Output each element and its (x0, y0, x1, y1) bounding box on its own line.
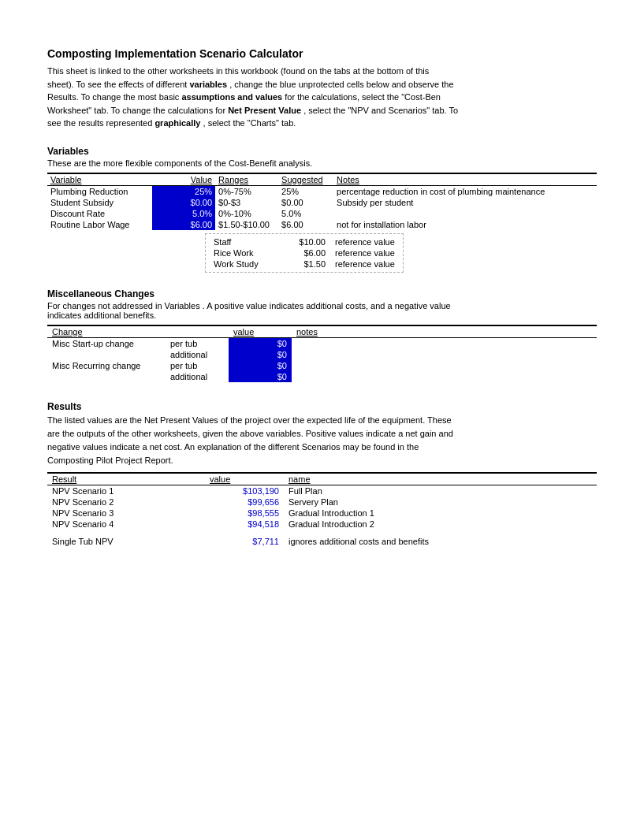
result-col-value: value (205, 473, 284, 485)
result-label: NPV Scenario 1 (47, 485, 205, 496)
var-value[interactable]: $0.00 (152, 197, 215, 208)
misc-change-label (47, 349, 166, 360)
misc-notes (292, 360, 597, 371)
result-value: $103,190 (205, 485, 284, 496)
misc-row-startup-pertub: Misc Start-up change per tub $0 (47, 337, 597, 349)
misc-col-value: value (229, 325, 292, 338)
ref-value: $10.00 (286, 237, 326, 247)
misc-change-label: Misc Recurring change (47, 360, 166, 371)
var-value[interactable]: 5.0% (152, 208, 215, 219)
misc-sub-label: additional (166, 371, 229, 382)
misc-notes (292, 371, 597, 382)
misc-notes (292, 337, 597, 349)
var-value[interactable]: $6.00 (152, 219, 215, 230)
misc-col-notes: notes (292, 325, 597, 338)
var-ranges: 0%-75% (215, 185, 278, 197)
result-label: NPV Scenario 2 (47, 496, 205, 508)
result-value: $98,555 (205, 508, 284, 519)
misc-title: Miscellaneous Changes (47, 288, 597, 299)
misc-sub-label: additional (166, 349, 229, 360)
var-name: Routine Labor Wage (47, 219, 152, 230)
reference-box-container: Staff $10.00 reference value Rice Work $… (47, 233, 597, 273)
misc-sub-label: per tub (166, 360, 229, 371)
result-name: Servery Plan (284, 496, 597, 508)
var-suggested: 5.0% (278, 208, 333, 219)
result-value: $99,656 (205, 496, 284, 508)
intro-text: This sheet is linked to the other worksh… (47, 65, 597, 130)
ref-row-staff: Staff $10.00 reference value (214, 236, 395, 247)
results-title: Results (47, 401, 597, 412)
ref-label: Work Study (214, 259, 277, 269)
result-label: NPV Scenario 4 (47, 519, 205, 530)
ref-row-ricework: Rice Work $6.00 reference value (214, 247, 395, 258)
var-suggested: $6.00 (278, 219, 333, 230)
result-name: Gradual Introduction 2 (284, 519, 597, 530)
misc-desc: For changes not addressed in Variables .… (47, 301, 597, 320)
var-suggested: 25% (278, 185, 333, 197)
var-name: Discount Rate (47, 208, 152, 219)
col-variable: Variable (47, 173, 152, 186)
result-row: NPV Scenario 4 $94,518 Gradual Introduct… (47, 519, 597, 530)
var-notes: not for installation labor (333, 219, 597, 230)
var-suggested: $0.00 (278, 197, 333, 208)
misc-row-startup-additional: additional $0 (47, 349, 597, 360)
misc-value[interactable]: $0 (229, 337, 292, 349)
single-tub-note: ignores additional costs and benefits (284, 536, 597, 547)
result-name: Gradual Introduction 1 (284, 508, 597, 519)
single-tub-value: $7,711 (205, 536, 284, 547)
misc-row-recurring-pertub: Misc Recurring change per tub $0 (47, 360, 597, 371)
misc-change-label: Misc Start-up change (47, 337, 166, 349)
results-desc: The listed values are the Net Present Va… (47, 414, 597, 467)
ref-text: reference value (335, 259, 395, 269)
page-title: Composting Implementation Scenario Calcu… (47, 47, 597, 60)
var-ranges: $0-$3 (215, 197, 278, 208)
misc-col-change: Change (47, 325, 166, 338)
var-name: Plumbing Reduction (47, 185, 152, 197)
table-row: Routine Labor Wage $6.00 $1.50-$10.00 $6… (47, 219, 597, 230)
ref-row-workstudy: Work Study $1.50 reference value (214, 258, 395, 270)
result-col-result: Result (47, 473, 205, 485)
misc-value[interactable]: $0 (229, 371, 292, 382)
var-ranges: $1.50-$10.00 (215, 219, 278, 230)
misc-sub-label: per tub (166, 337, 229, 349)
variables-desc: These are the more flexible components o… (47, 158, 597, 168)
result-label: NPV Scenario 3 (47, 508, 205, 519)
ref-text: reference value (335, 248, 395, 258)
ref-text: reference value (335, 237, 395, 247)
misc-notes (292, 349, 597, 360)
var-notes: Subsidy per student (333, 197, 597, 208)
col-suggested: Suggested (278, 173, 333, 186)
table-row: Student Subsidy $0.00 $0-$3 $0.00 Subsid… (47, 197, 597, 208)
var-value[interactable]: 25% (152, 185, 215, 197)
misc-table: Change value notes Misc Start-up change … (47, 325, 597, 382)
single-tub-label: Single Tub NPV (47, 536, 205, 547)
var-name: Student Subsidy (47, 197, 152, 208)
misc-change-label (47, 371, 166, 382)
var-notes (333, 208, 597, 219)
ref-value: $6.00 (286, 248, 326, 258)
misc-row-recurring-additional: additional $0 (47, 371, 597, 382)
ref-label: Staff (214, 237, 277, 247)
col-ranges: Ranges (215, 173, 278, 186)
table-row: Discount Rate 5.0% 0%-10% 5.0% (47, 208, 597, 219)
var-ranges: 0%-10% (215, 208, 278, 219)
misc-value[interactable]: $0 (229, 349, 292, 360)
results-table: Result value name NPV Scenario 1 $103,19… (47, 472, 597, 547)
table-row: Plumbing Reduction 25% 0%-75% 25% percen… (47, 185, 597, 197)
misc-col-sub (166, 325, 229, 338)
col-value: Value (152, 173, 215, 186)
result-row: NPV Scenario 1 $103,190 Full Plan (47, 485, 597, 496)
col-notes: Notes (333, 173, 597, 186)
result-row: NPV Scenario 3 $98,555 Gradual Introduct… (47, 508, 597, 519)
variables-title: Variables (47, 146, 597, 157)
ref-value: $1.50 (286, 259, 326, 269)
result-col-name: name (284, 473, 597, 485)
single-tub-row: Single Tub NPV $7,711 ignores additional… (47, 536, 597, 547)
variables-table: Variable Value Ranges Suggested Notes Pl… (47, 173, 597, 230)
result-value: $94,518 (205, 519, 284, 530)
ref-label: Rice Work (214, 248, 277, 258)
var-notes: percentage reduction in cost of plumbing… (333, 185, 597, 197)
misc-value[interactable]: $0 (229, 360, 292, 371)
result-row: NPV Scenario 2 $99,656 Servery Plan (47, 496, 597, 508)
result-name: Full Plan (284, 485, 597, 496)
